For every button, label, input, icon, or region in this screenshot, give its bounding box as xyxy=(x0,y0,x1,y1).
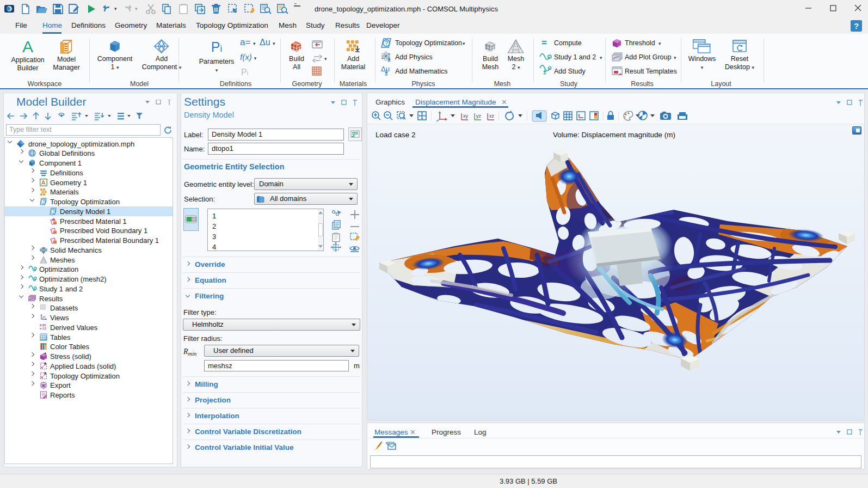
svg-text:A: A xyxy=(41,179,46,186)
svg-text:?: ? xyxy=(42,199,45,204)
svg-text:xz: xz xyxy=(489,113,495,119)
svg-text:?: ? xyxy=(52,209,55,214)
svg-text:?: ? xyxy=(385,40,388,46)
svg-text:yz: yz xyxy=(476,113,482,119)
svg-text:xy: xy xyxy=(463,113,469,119)
svg-text:Δu: Δu xyxy=(381,65,390,73)
